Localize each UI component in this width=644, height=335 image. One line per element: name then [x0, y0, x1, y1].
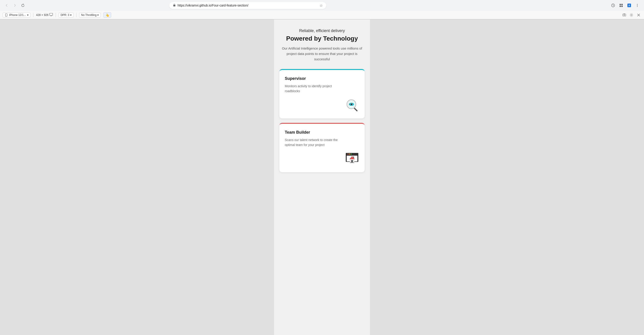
- address-bar[interactable]: https://vikramvi.github.io/Four-card-fea…: [169, 2, 326, 9]
- forward-button[interactable]: [12, 2, 18, 8]
- supervisor-card-title: Supervisor: [285, 76, 359, 81]
- devtools-screenshot-button[interactable]: [622, 12, 627, 18]
- touch-button[interactable]: 👆: [103, 12, 111, 18]
- svg-point-10: [637, 6, 638, 7]
- device-selector[interactable]: iPhone 12/1... ▾: [3, 12, 30, 18]
- svg-rect-0: [173, 5, 175, 6]
- dpr-label: DPR: 3: [60, 14, 69, 16]
- svg-rect-5: [621, 6, 623, 7]
- devtools-bar: iPhone 12/1... ▾ 428 × 926 DPR: 3 ▾ No T…: [0, 11, 644, 19]
- mobile-viewport: Reliable, efficient delivery Powered by …: [274, 20, 370, 335]
- device-chevron: ▾: [27, 14, 28, 16]
- svg-rect-16: [624, 14, 625, 14]
- svg-point-8: [637, 4, 638, 5]
- throttle-selector[interactable]: No Throttling ▾: [79, 12, 101, 18]
- separator-3: [76, 13, 76, 17]
- page-content: Reliable, efficient delivery Powered by …: [274, 20, 370, 181]
- svg-rect-39: [350, 162, 354, 163]
- svg-rect-3: [621, 4, 623, 5]
- browser-actions: A: [610, 2, 640, 8]
- team-builder-card-description: Scans our talent network to create the o…: [285, 138, 344, 148]
- back-button[interactable]: [4, 2, 10, 8]
- dpr-chevron: ▾: [70, 14, 72, 16]
- svg-rect-14: [623, 14, 626, 16]
- section-subtitle: Reliable, efficient delivery: [280, 28, 364, 33]
- device-name: iPhone 12/1...: [9, 14, 26, 16]
- separator-1: [33, 13, 34, 17]
- bookmark-icon[interactable]: ☆: [320, 3, 323, 8]
- team-builder-card: Team Builder Scans our talent network to…: [280, 123, 364, 172]
- devtools-settings-button[interactable]: [629, 12, 634, 18]
- url-text: https://vikramvi.github.io/Four-card-fea…: [178, 4, 318, 7]
- lock-icon: [173, 4, 176, 7]
- dpr-selector[interactable]: DPR: 3 ▾: [58, 12, 74, 18]
- svg-line-18: [354, 108, 357, 111]
- dimensions-info: 428 × 926: [36, 13, 53, 17]
- svg-point-31: [349, 154, 350, 155]
- team-builder-card-title: Team Builder: [285, 130, 359, 135]
- profile-button[interactable]: [618, 2, 624, 8]
- svg-text:A: A: [628, 4, 630, 7]
- devtools-right: [622, 12, 641, 18]
- svg-point-30: [348, 154, 349, 155]
- menu-button[interactable]: [634, 2, 640, 8]
- viewport-width: 428: [36, 14, 40, 16]
- extensions-button[interactable]: [610, 2, 616, 8]
- browser-chrome: https://vikramvi.github.io/Four-card-fea…: [0, 0, 644, 20]
- devtools-close-button[interactable]: [636, 12, 641, 18]
- cards-container: Supervisor Monitors activity to identify…: [280, 69, 364, 172]
- user-profile-button[interactable]: A: [626, 2, 632, 8]
- svg-point-12: [6, 16, 6, 16]
- svg-point-26: [351, 104, 351, 104]
- screen-icon: [49, 13, 53, 17]
- throttle-chevron: ▾: [97, 14, 99, 16]
- supervisor-card: Supervisor Monitors activity to identify…: [280, 69, 364, 118]
- svg-rect-36: [351, 160, 353, 162]
- svg-rect-2: [620, 4, 621, 5]
- separator-2: [56, 13, 56, 17]
- viewport-wrapper: Reliable, efficient delivery Powered by …: [0, 20, 644, 335]
- throttle-label: No Throttling: [81, 14, 96, 16]
- supervisor-card-icon: [344, 97, 360, 114]
- nav-buttons: [4, 2, 26, 8]
- section-title: Powered by Technology: [280, 35, 364, 42]
- svg-rect-38: [351, 162, 354, 162]
- svg-point-25: [350, 103, 352, 105]
- section-description: Our Artificial Intelligence powered tool…: [280, 46, 364, 62]
- refresh-button[interactable]: [20, 2, 26, 8]
- times-symbol: ×: [42, 14, 43, 16]
- svg-rect-13: [50, 13, 53, 16]
- browser-toolbar: https://vikramvi.github.io/Four-card-fea…: [0, 0, 644, 11]
- viewport-height: 926: [44, 14, 48, 16]
- team-builder-card-icon: [344, 151, 360, 168]
- svg-rect-4: [620, 6, 621, 7]
- svg-point-32: [351, 154, 352, 155]
- svg-point-15: [624, 14, 625, 16]
- supervisor-card-description: Monitors activity to identify project ro…: [285, 84, 344, 94]
- svg-rect-37: [353, 156, 354, 158]
- svg-point-9: [637, 5, 638, 6]
- svg-point-17: [631, 14, 632, 16]
